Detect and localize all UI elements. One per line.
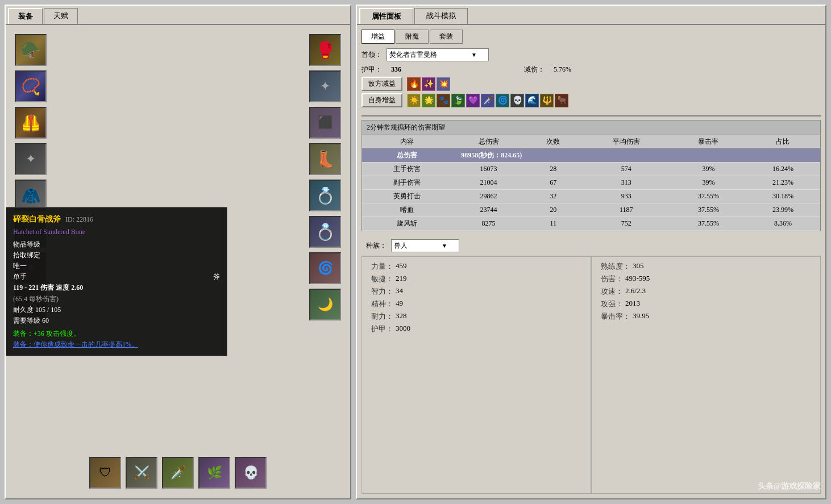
slot-waist[interactable]: ✦ — [309, 70, 341, 102]
stat-intellect-value: 34 — [396, 286, 403, 297]
tab-combat-sim[interactable]: 战斗模拟 — [414, 8, 468, 24]
stat-crit-value: 39.95 — [633, 311, 649, 322]
slot-trinket1[interactable]: 🌀 — [309, 252, 341, 284]
slot-mh[interactable]: 🛡 — [89, 457, 121, 489]
slot-head[interactable]: 🪖 — [15, 34, 47, 66]
sub-tab-set[interactable]: 套装 — [430, 30, 463, 44]
stat-attack-power: 攻强： 2013 — [601, 299, 811, 309]
sub-tab-buff[interactable]: 增益 — [362, 30, 394, 44]
row-hs-avg: 933 — [581, 190, 671, 203]
enemy-buff-icon-2[interactable]: ✨ — [422, 77, 435, 91]
self-buff-button[interactable]: 自身增益 — [362, 93, 402, 107]
race-dropdown-arrow: ▼ — [442, 243, 447, 249]
slot-ring1[interactable]: 💍 — [309, 180, 341, 211]
self-buff-icon-8[interactable]: 💀 — [510, 94, 524, 107]
sub-tab-enchant[interactable]: 附魔 — [396, 30, 429, 44]
self-buff-icon-4[interactable]: 🍃 — [451, 94, 465, 107]
self-buff-icon-10[interactable]: 🔱 — [540, 94, 554, 107]
row-mh-total: 16073 — [452, 163, 525, 176]
stat-spirit: 精神： 49 — [371, 299, 581, 309]
tooltip-type: 斧 — [213, 272, 220, 282]
right-panel: 属性面板 战斗模拟 增益 附魔 套装 首领： 焚化者古雷曼格 ▼ 护甲： 3 — [356, 5, 826, 499]
tooltip-hand: 单手 — [13, 272, 27, 282]
enemy-buff-icon-3[interactable]: 💥 — [437, 77, 450, 91]
slot-oh[interactable]: 🗡️ — [162, 457, 194, 489]
row-oh-pct: 21.23% — [746, 176, 820, 190]
row-ww-total: 8275 — [452, 217, 525, 231]
slot-b5[interactable]: 💀 — [235, 457, 267, 489]
equip-column-right: 🥊 ✦ ⬛ 👢 💍 💍 🌀 — [309, 34, 341, 489]
stat-attack-speed: 攻速： 2.6/2.3 — [601, 286, 811, 297]
slot-hands[interactable]: 🥊 — [309, 34, 341, 66]
slot-b2[interactable]: ⚔️ — [126, 457, 157, 489]
row-ww-count: 11 — [525, 217, 581, 231]
slot-neck[interactable]: 📿 — [15, 70, 47, 102]
self-buff-icon-1[interactable]: ☀️ — [407, 94, 421, 107]
table-row-ww: 旋风斩 8275 11 752 37.55% 8.36% — [362, 217, 820, 231]
row-oh-label: 副手伤害 — [362, 176, 452, 190]
enemy-buff-icon-1[interactable]: 🔥 — [407, 77, 421, 91]
col-content: 内容 — [362, 135, 452, 149]
slot-feet[interactable]: 👢 — [309, 143, 341, 175]
table-row-mh: 主手伤害 16073 28 574 39% 16.24% — [362, 163, 820, 176]
equipment-grid: 🪖 📿 🦺 ✦ 🧥 ✦ ✦ — [6, 25, 350, 498]
tab-talent[interactable]: 天赋 — [44, 8, 78, 24]
armor-label: 护甲： — [362, 65, 382, 74]
row-hs-label: 英勇打击 — [362, 190, 452, 203]
self-buff-icon-6[interactable]: 🗡️ — [481, 94, 495, 107]
self-buff-icon-3[interactable]: 🐾 — [437, 94, 450, 107]
tooltip-equip2: 装备：使你造成致命一击的几率提高1%。 — [13, 340, 138, 348]
tooltip-req-level: 需要等级 60 — [13, 315, 220, 326]
race-dropdown[interactable]: 兽人 ▼ — [391, 239, 459, 252]
race-row: 种族： 兽人 ▼ — [362, 236, 821, 256]
stat-intellect: 智力： 34 — [371, 286, 581, 297]
stat-strength-label: 力量： — [371, 261, 393, 272]
self-buff-icon-5[interactable]: 💜 — [466, 94, 480, 107]
enemy-buff-icons: 🔥 ✨ 💥 — [407, 77, 450, 91]
row-mh-crit: 39% — [671, 163, 746, 176]
slot-shoulder[interactable]: 🦺 — [15, 107, 47, 139]
stat-armor-label: 护甲： — [371, 324, 393, 334]
slot-legs[interactable]: ⬛ — [309, 107, 341, 139]
boss-value: 焚化者古雷曼格 — [389, 50, 437, 60]
tooltip-speed: 速度 2.60 — [56, 284, 83, 291]
race-value: 兽人 — [394, 241, 408, 251]
enemy-debuff-button[interactable]: 敌方减益 — [362, 77, 402, 91]
row-mh-avg: 574 — [581, 163, 671, 176]
boss-dropdown[interactable]: 焚化者古雷曼格 ▼ — [387, 48, 489, 61]
row-oh-crit: 39% — [671, 176, 746, 190]
stat-intellect-label: 智力： — [371, 286, 393, 297]
self-buff-icon-11[interactable]: 🐂 — [555, 94, 568, 107]
stat-attack-power-value: 2013 — [625, 299, 640, 309]
row-bl-label: 嗜血 — [362, 203, 452, 217]
stat-stamina-value: 328 — [396, 311, 407, 322]
stat-strength-value: 459 — [396, 261, 407, 272]
table-row-total: 总伤害 98958(秒伤：824.65) — [362, 149, 820, 163]
self-buff-icon-9[interactable]: 🌊 — [525, 94, 539, 107]
stat-attack-speed-value: 2.6/2.3 — [625, 286, 646, 297]
tooltip-english-name: Hatchet of Sundered Bone — [13, 227, 220, 238]
tab-equip[interactable]: 装备 — [8, 8, 43, 24]
tab-attr-panel[interactable]: 属性面板 — [359, 8, 413, 24]
row-mh-pct: 16.24% — [746, 163, 820, 176]
stat-crit: 暴击率： 39.95 — [601, 311, 811, 322]
row-bl-count: 20 — [525, 203, 581, 217]
slot-ring2[interactable]: 💍 — [309, 216, 341, 248]
row-bl-pct: 23.99% — [746, 203, 820, 217]
tooltip-bind: 拾取绑定 — [13, 250, 220, 261]
row-hs-total: 29862 — [452, 190, 525, 203]
stat-agility: 敏捷： 219 — [371, 274, 581, 284]
self-buff-icon-7[interactable]: 🌀 — [496, 94, 509, 107]
row-hs-pct: 30.18% — [746, 190, 820, 203]
tooltip-equip1: 装备：+36 攻击强度。 — [13, 330, 80, 338]
self-buff-icon-2[interactable]: 🌟 — [422, 94, 435, 107]
stat-strength: 力量： 459 — [371, 261, 581, 272]
race-label: 种族： — [366, 241, 387, 251]
self-buff-row: 自身增益 ☀️ 🌟 🐾 🍃 💜 🗡️ 🌀 💀 🌊 🔱 🐂 — [362, 93, 821, 107]
slot-trinket2[interactable]: 🌙 — [309, 289, 341, 320]
total-label: 总伤害 — [362, 149, 452, 163]
slot-back[interactable]: ✦ — [15, 143, 47, 175]
slot-ranged[interactable]: 🌿 — [198, 457, 230, 489]
armor-value: 336 — [391, 65, 401, 74]
tooltip-dps: (65.4 每秒伤害) — [13, 294, 220, 305]
